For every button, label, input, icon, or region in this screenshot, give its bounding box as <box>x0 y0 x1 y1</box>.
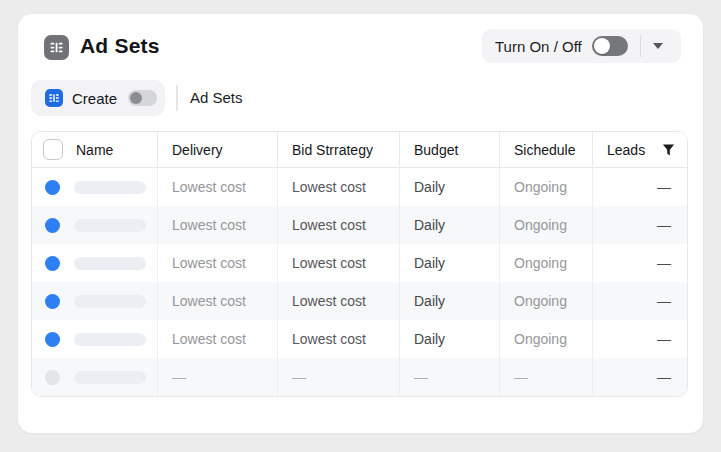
status-dot <box>45 294 60 309</box>
cell-leads: — <box>593 244 687 282</box>
column-header-name: Name <box>32 132 158 167</box>
table-row[interactable]: Lowest costLowest costDailyOngoing— <box>32 244 687 282</box>
turn-on-off-toggle[interactable] <box>592 36 628 56</box>
cell-schedule: Ongoing <box>500 206 593 244</box>
cell-delivery: Lowest cost <box>158 244 278 282</box>
cell-name <box>32 358 158 396</box>
status-dot <box>45 180 60 195</box>
cell-bid-strategy: Lowest cost <box>278 282 400 320</box>
status-dot <box>45 370 60 385</box>
ad-sets-icon-glyph <box>49 40 64 55</box>
table-body: Lowest costLowest costDailyOngoing—Lowes… <box>32 168 687 396</box>
cell-bid-strategy: — <box>278 358 400 396</box>
status-dot <box>45 256 60 271</box>
column-header-schedule: Sichedule <box>500 132 593 167</box>
page-title: Ad Sets <box>80 34 160 58</box>
chevron-down-icon <box>653 43 663 49</box>
cell-schedule: Ongoing <box>500 320 593 358</box>
table-row[interactable]: Lowest costLowest costDailyOngoing— <box>32 282 687 320</box>
cell-budget: — <box>400 358 500 396</box>
cell-bid-strategy: Lowest cost <box>278 168 400 206</box>
cell-delivery: — <box>158 358 278 396</box>
cell-budget: Daily <box>400 282 500 320</box>
cell-name <box>32 206 158 244</box>
select-all-checkbox[interactable] <box>43 139 63 160</box>
table-row[interactable]: Lowest costLowest costDailyOngoing— <box>32 320 687 358</box>
table-row[interactable]: ————— <box>32 358 687 396</box>
cell-delivery: Lowest cost <box>158 282 278 320</box>
cell-leads: — <box>593 358 687 396</box>
name-skeleton <box>74 219 146 232</box>
cell-delivery: Lowest cost <box>158 320 278 358</box>
toggle-knob <box>130 92 142 104</box>
name-skeleton <box>74 371 146 384</box>
cell-leads: — <box>593 320 687 358</box>
cell-budget: Daily <box>400 206 500 244</box>
cell-bid-strategy: Lowest cost <box>278 244 400 282</box>
column-header-bid-strategy: Bid Strrategy <box>278 132 400 167</box>
turn-on-off-label: Turn On / Off <box>495 38 582 55</box>
toggle-knob <box>594 38 610 54</box>
cell-delivery: Lowest cost <box>158 206 278 244</box>
dropdown-button[interactable] <box>641 29 675 63</box>
status-dot <box>45 332 60 347</box>
cell-bid-strategy: Lowest cost <box>278 206 400 244</box>
cell-name <box>32 320 158 358</box>
turn-on-off-control[interactable]: Turn On / Off <box>482 29 681 63</box>
breadcrumb: Ad Sets <box>190 89 243 106</box>
cell-budget: Daily <box>400 168 500 206</box>
name-skeleton <box>74 295 146 308</box>
filter-icon[interactable] <box>662 143 675 157</box>
cell-delivery: Lowest cost <box>158 168 278 206</box>
cell-schedule: — <box>500 358 593 396</box>
ad-sets-table: Name Delivery Bid Strrategy Budget Siche… <box>31 131 688 397</box>
table-row[interactable]: Lowest costLowest costDailyOngoing— <box>32 206 687 244</box>
create-button-label: Create <box>72 90 117 107</box>
cell-bid-strategy: Lowest cost <box>278 320 400 358</box>
cell-schedule: Ongoing <box>500 244 593 282</box>
create-toggle[interactable] <box>128 90 157 106</box>
cell-leads: — <box>593 282 687 320</box>
table-row[interactable]: Lowest costLowest costDailyOngoing— <box>32 168 687 206</box>
ad-sets-card: Ad Sets Turn On / Off Create Ad <box>18 14 703 433</box>
divider <box>176 85 178 111</box>
cell-leads: — <box>593 168 687 206</box>
status-dot <box>45 218 60 233</box>
column-header-leads: Leads <box>593 132 687 167</box>
cell-name <box>32 282 158 320</box>
name-skeleton <box>74 257 146 270</box>
cell-budget: Daily <box>400 320 500 358</box>
name-skeleton <box>74 333 146 346</box>
ad-sets-icon <box>44 35 69 60</box>
create-button[interactable]: Create <box>31 80 165 116</box>
cell-schedule: Ongoing <box>500 168 593 206</box>
create-ad-set-icon <box>45 89 63 107</box>
name-skeleton <box>74 181 146 194</box>
column-header-budget: Budget <box>400 132 500 167</box>
cell-name <box>32 168 158 206</box>
cell-budget: Daily <box>400 244 500 282</box>
cell-leads: — <box>593 206 687 244</box>
cell-name <box>32 244 158 282</box>
cell-schedule: Ongoing <box>500 282 593 320</box>
column-header-delivery: Delivery <box>158 132 278 167</box>
table-header: Name Delivery Bid Strrategy Budget Siche… <box>32 132 687 168</box>
